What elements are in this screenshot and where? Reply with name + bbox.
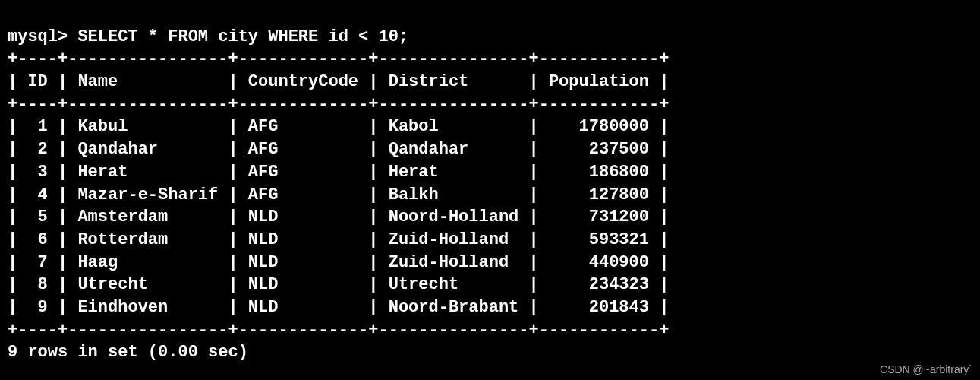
table-border-mid: +----+----------------+-------------+---…: [8, 95, 669, 114]
table-border-top: +----+----------------+-------------+---…: [8, 49, 669, 68]
table-body: | 1 | Kabul | AFG | Kabol | 1780000 | | …: [8, 117, 669, 317]
table-border-bottom: +----+----------------+-------------+---…: [8, 321, 669, 340]
mysql-terminal: mysql> SELECT * FROM city WHERE id < 10;…: [0, 0, 980, 367]
prompt-label: mysql>: [8, 27, 77, 46]
table-header-row: | ID | Name | CountryCode | District | P…: [8, 72, 669, 91]
result-summary: 9 rows in set (0.00 sec): [8, 343, 248, 362]
query-text: SELECT * FROM city WHERE id < 10;: [77, 27, 408, 46]
watermark-label: CSDN @~arbitrary`: [880, 363, 972, 377]
